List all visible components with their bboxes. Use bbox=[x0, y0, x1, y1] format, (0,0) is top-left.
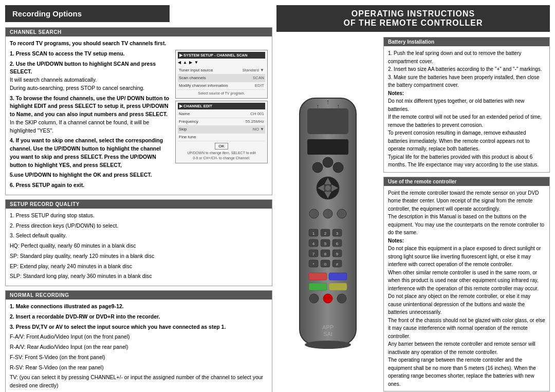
setup-record-quality-title: SETUP RECORD QUALITY bbox=[6, 200, 272, 209]
right-column: OPERATING INSTRUCTIONS OF THE REMOTE CON… bbox=[276, 5, 550, 387]
screen1-row1: Tuner input source Standard ▼ bbox=[178, 67, 265, 74]
svg-text:1: 1 bbox=[312, 231, 315, 236]
screen2-title: ▶ CHANNEL EDIT bbox=[178, 103, 265, 109]
urc-note3: Do not place any object on the remote co… bbox=[388, 292, 545, 316]
svg-point-16 bbox=[309, 209, 319, 218]
svg-rect-0 bbox=[300, 98, 356, 345]
urc-p2: The description in this Manual is based … bbox=[388, 213, 545, 237]
nr-fsv: F-SV: Front S-Video (on the front panel) bbox=[10, 353, 268, 362]
recording-options-title: Recording Options bbox=[12, 9, 82, 18]
svg-text:*: * bbox=[312, 262, 314, 267]
use-remote-controller-title: Use of the remote controller bbox=[384, 177, 549, 186]
svg-rect-46 bbox=[329, 283, 347, 290]
urc-notes-label: Notes: bbox=[388, 237, 545, 245]
battery-use-col: Battery Installation 1. Push the leaf sp… bbox=[383, 37, 550, 392]
srq-sp: SP: Standard play quality, nearly 120 mi… bbox=[10, 252, 268, 260]
srq-step1: 1. Press SETUP during stop status. bbox=[10, 212, 268, 220]
setup-record-quality-section: SETUP RECORD QUALITY 1. Press SETUP duri… bbox=[5, 199, 272, 286]
srq-hq: HQ: Perfect quality, nearly 60 minutes i… bbox=[10, 242, 268, 250]
urc-note1: Do not place this equipment in a place e… bbox=[388, 245, 545, 269]
nr-tv: TV: (you can select it by pressing CHANN… bbox=[10, 374, 268, 390]
screen2-row1: Name CH 001 bbox=[178, 110, 265, 118]
step4: 4. If you want to skip one channel, sele… bbox=[10, 137, 171, 169]
svg-point-52 bbox=[305, 341, 351, 349]
screen1-title: ▶ SYSTEM SETUP - CHANNEL SCAN bbox=[178, 52, 265, 59]
svg-text:8: 8 bbox=[324, 252, 327, 256]
screen2-row2: Frequency 55.25MHz bbox=[178, 118, 265, 126]
step6: 6. Press SETUP again to exit. bbox=[10, 181, 171, 190]
srq-step2: 2. Press direction keys (UP/DOWN) to sel… bbox=[10, 222, 268, 230]
nr-rav: R-A/V: Rear Audio/Video Input (on the re… bbox=[10, 343, 268, 351]
battery-installation-content: 1. Push the leaf spring down and out to … bbox=[384, 46, 549, 172]
nr-step1: 1. Make connections illustrated as page9… bbox=[10, 303, 268, 311]
screen2-mock: ▶ CHANNEL EDIT Name CH 001 Frequency 55.… bbox=[175, 101, 268, 163]
battery-p3: 3. Make sure the batteries have been pro… bbox=[388, 73, 545, 89]
channel-search-content: To record TV programs, you should search… bbox=[6, 36, 272, 195]
svg-rect-1 bbox=[307, 108, 348, 134]
screen2-row4: Fine tune bbox=[178, 134, 265, 141]
svg-rect-44 bbox=[329, 273, 347, 280]
battery-installation-title: Battery Installation bbox=[384, 38, 549, 46]
svg-text:#: # bbox=[336, 262, 339, 267]
urc-p1: Point the remote controller toward the r… bbox=[388, 189, 545, 213]
svg-text:9: 9 bbox=[336, 252, 339, 256]
srq-slp: SLP: Standard long play, nearly 360 minu… bbox=[10, 272, 268, 281]
screen1-row3: Modify channel information EDIT bbox=[178, 82, 265, 90]
svg-point-7 bbox=[323, 157, 333, 167]
battery-installation-section: Battery Installation 1. Push the leaf sp… bbox=[383, 37, 550, 173]
svg-point-8 bbox=[333, 162, 343, 173]
remote-control-image: ↑ ↑ ↑ bbox=[279, 93, 377, 360]
setup-record-quality-content: 1. Press SETUP during stop status. 2. Pr… bbox=[6, 209, 272, 286]
step2: 2. Use the UP/DOWN button to highlight S… bbox=[10, 60, 171, 92]
svg-rect-5 bbox=[307, 139, 348, 155]
screen1-icons: ◀▲▶▼ bbox=[178, 60, 265, 66]
battery-note1: Do not mix different types together, or … bbox=[388, 97, 545, 113]
svg-text:2: 2 bbox=[324, 231, 327, 236]
svg-text:4: 4 bbox=[312, 241, 315, 246]
use-remote-controller-content: Point the remote controller toward the r… bbox=[384, 186, 549, 391]
normal-recording-content: 1. Make connections illustrated as page9… bbox=[6, 300, 272, 392]
channel-search-layout: 1. Press SCAN to access the TV setup men… bbox=[10, 50, 268, 192]
nr-step2: 2. Insert a recordable DVD-RW or DVD+R i… bbox=[10, 313, 268, 321]
svg-point-17 bbox=[323, 209, 332, 218]
urc-note5: Any barrier between the remote controlle… bbox=[388, 340, 545, 356]
svg-point-49 bbox=[337, 294, 346, 303]
svg-rect-43 bbox=[309, 273, 327, 280]
right-main-content: ↑ ↑ ↑ bbox=[276, 37, 550, 392]
svg-text:7: 7 bbox=[312, 252, 315, 256]
screen2-ok: OK bbox=[178, 143, 265, 150]
operating-title-line2: OF THE REMOTE CONTROLLER bbox=[282, 18, 545, 28]
svg-point-15 bbox=[325, 185, 330, 191]
remote-image-col: ↑ ↑ ↑ bbox=[276, 37, 379, 392]
svg-text:3: 3 bbox=[336, 231, 339, 236]
screen1-row2: Scan channels SCAN bbox=[178, 74, 265, 82]
nr-step3: 3. Press DV,TV or AV to select the input… bbox=[10, 323, 268, 331]
svg-text:APP: APP bbox=[322, 324, 334, 330]
srq-ep: EP: Extend play, nearly 240 minutes in a… bbox=[10, 263, 268, 271]
svg-text:0: 0 bbox=[324, 262, 327, 267]
svg-text:↑: ↑ bbox=[316, 103, 319, 110]
recording-options-header: Recording Options bbox=[5, 5, 170, 22]
battery-p1: 1. Push the leaf spring down and out to … bbox=[388, 49, 545, 65]
nr-rsv: R-SV: Rear S-Video (on the rear panel) bbox=[10, 364, 268, 372]
use-remote-controller-section: Use of the remote controller Point the r… bbox=[383, 177, 550, 392]
svg-text:↑: ↑ bbox=[337, 103, 340, 110]
screen2-caption: UP/DOWN to change item, SELECT to edit0-… bbox=[178, 151, 265, 161]
battery-notes-label: Notes: bbox=[388, 89, 545, 98]
channel-search-screens: ▶ SYSTEM SETUP - CHANNEL SCAN ◀▲▶▼ Tuner… bbox=[175, 50, 268, 192]
svg-text:6: 6 bbox=[336, 241, 339, 246]
step1: 1. Press SCAN to access the TV setup men… bbox=[10, 50, 171, 58]
battery-note3: To prevent corrosion resulting in damage… bbox=[388, 129, 545, 153]
urc-note4: The front of the chassis should not be g… bbox=[388, 316, 545, 341]
normal-recording-title: NORMAL RECORDING bbox=[6, 291, 272, 300]
svg-text:↑: ↑ bbox=[326, 98, 330, 106]
screen1-mock: ▶ SYSTEM SETUP - CHANNEL SCAN ◀▲▶▼ Tuner… bbox=[175, 50, 268, 99]
svg-point-48 bbox=[323, 294, 332, 303]
screen1-caption: Select source of TV program. bbox=[178, 91, 265, 97]
battery-note2: If the remote control will not be used f… bbox=[388, 113, 545, 129]
svg-point-47 bbox=[309, 294, 319, 303]
svg-point-6 bbox=[312, 162, 323, 173]
left-column: Recording Options CHANNEL SEARCH To reco… bbox=[5, 5, 272, 387]
nr-fav: F-A/V: Front Audio/Video Input (on the f… bbox=[10, 333, 268, 341]
srq-step3: 3. Select default quality. bbox=[10, 232, 268, 240]
